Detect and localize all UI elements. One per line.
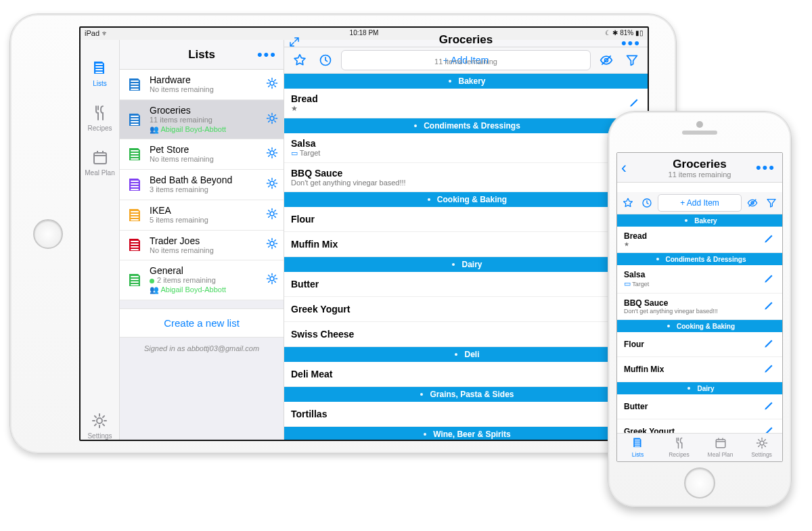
list-name: Trader Joes [150,235,277,246]
list-subtitle: No items remaining [150,85,277,95]
section-header: Cooking & Baking [284,192,648,207]
list-row[interactable]: Trader Joes No items remaining [120,231,284,261]
edit-icon[interactable] [763,362,775,377]
filter-icon[interactable] [763,195,780,211]
expand-icon[interactable] [288,36,300,51]
section-header: Bakery [617,214,782,227]
list-settings-icon[interactable] [266,77,278,92]
section-header: Cooking & Baking [617,320,782,332]
grocery-item[interactable]: Butter [617,394,782,419]
grocery-item[interactable]: Bread★ [617,227,782,253]
svg-point-14 [667,325,670,327]
list-row[interactable]: Pet Store No items remaining [120,139,284,170]
tab-settings[interactable]: Settings [741,434,782,461]
lists-master: Lists ••• Hardware No items remaining Gr… [120,40,284,440]
grocery-item[interactable]: BBQ SauceDon't get anything vinegar base… [284,163,648,192]
tab-icon [715,437,727,451]
list-row[interactable]: Groceries 11 items remaining👥 Abigail Bo… [120,100,284,140]
grocery-item[interactable]: Muffin Mix [284,232,648,257]
list-row[interactable]: General 2 items remaining👥 Abigail Boyd-… [120,260,284,300]
grocery-item[interactable]: Salsa▭ Target [617,265,782,294]
item-name: Deli Meat [291,369,629,379]
list-row[interactable]: Hardware No items remaining [120,70,284,100]
gear-icon [91,413,108,430]
grocery-item[interactable]: Bread★ [284,89,648,118]
list-settings-icon[interactable] [266,177,278,192]
list-settings-icon[interactable] [266,237,278,252]
grocery-item[interactable]: BBQ SauceDon't get anything vinegar base… [617,294,782,320]
grocery-item[interactable]: Salsa▭ Target [284,133,648,163]
tab-settings[interactable]: Settings [87,413,112,440]
grocery-item[interactable]: Tortillas [284,402,648,427]
grocery-item[interactable]: Muffin Mix [617,357,782,382]
list-icon [92,60,108,78]
svg-point-8 [452,263,455,266]
section-header: Grains, Pasta & Sides [284,387,648,402]
edit-icon[interactable] [763,299,775,314]
detail-more-icon[interactable]: ••• [621,34,641,52]
item-subtitle: ▭ Target [291,149,629,158]
fork-icon [91,105,108,122]
lists-more-icon[interactable]: ••• [257,46,277,64]
ipad-statusbar: iPad ᯤ 10:18 PM ☾ ✱ 81% ▮▯ [81,28,648,40]
iphone-tabbar: ListsRecipesMeal PlanSettings [617,433,782,461]
grocery-item[interactable]: Flour [284,207,648,232]
edit-icon[interactable] [763,424,775,433]
ipad-tabbar: ListsRecipesMeal PlanSettings [81,40,120,440]
list-settings-icon[interactable] [266,208,278,223]
list-name: IKEA [150,205,277,216]
svg-point-5 [449,80,451,83]
iphone-title: Groceries [673,158,726,171]
tab-meal-plan[interactable]: Meal Plan [85,149,114,177]
lists-title: Lists [188,48,215,62]
star-icon[interactable] [620,195,636,211]
grocery-item[interactable]: Deli Meat [284,362,648,387]
item-name: Tortillas [291,409,629,419]
add-item-field[interactable]: + Add Item [658,194,742,212]
detail-subtitle: 11 items remaining [284,57,648,66]
grocery-item[interactable]: Flour [617,332,782,357]
item-name: Flour [291,214,629,225]
svg-point-11 [424,433,426,436]
tab-meal-plan[interactable]: Meal Plan [700,434,741,461]
iphone-more-icon[interactable]: ••• [756,159,775,177]
list-settings-icon[interactable] [266,147,278,162]
create-list-button[interactable]: Create a new list [120,308,284,338]
edit-icon[interactable] [763,272,775,287]
section-header: Deli [284,347,648,362]
list-settings-icon[interactable] [266,273,278,287]
ipad-screen: iPad ᯤ 10:18 PM ☾ ✱ 81% ▮▯ ListsRecipesM… [79,26,649,441]
history-icon[interactable] [639,195,655,211]
list-subtitle: No items remaining [150,155,277,164]
hide-completed-icon[interactable] [744,195,761,211]
tab-recipes[interactable]: Recipes [658,434,700,461]
item-name: Muffin Mix [624,365,763,374]
ipad-home-button[interactable] [33,219,63,249]
tab-icon [756,437,768,451]
grocery-item[interactable]: Greek Yogurt [284,297,648,322]
item-subtitle: Don't get anything vinegar based!!! [291,179,629,187]
edit-icon[interactable] [763,399,775,414]
section-header: Wine, Beer & Spirits [284,427,648,441]
iphone-home-button[interactable] [684,467,715,499]
list-row[interactable]: Bed Bath & Beyond 3 items remaining [120,170,284,200]
edit-icon[interactable] [763,337,775,352]
grocery-item[interactable]: Swiss Cheese [284,322,648,347]
tab-recipes[interactable]: Recipes [87,105,112,132]
section-header: Condiments & Dressings [284,118,648,133]
edit-icon[interactable] [763,232,775,247]
edit-icon[interactable] [629,96,641,111]
tab-lists[interactable]: Lists [92,60,108,87]
tab-lists[interactable]: Lists [617,434,658,461]
grocery-item[interactable]: Butter [284,272,648,297]
list-settings-icon[interactable] [266,112,278,127]
item-subtitle: ★ [291,104,629,113]
status-left: iPad ᯤ [85,29,109,37]
list-subtitle: 5 items remaining [150,216,277,225]
item-subtitle: Don't get anything vinegar based!!! [624,308,763,315]
grocery-item[interactable]: Greek Yogurt [617,419,782,433]
item-name: Butter [291,279,629,290]
section-header: Condiments & Dressings [617,253,782,265]
list-row[interactable]: IKEA 5 items remaining [120,200,284,231]
svg-point-15 [687,387,690,390]
